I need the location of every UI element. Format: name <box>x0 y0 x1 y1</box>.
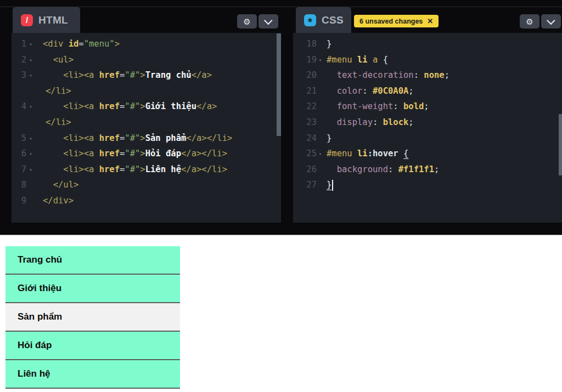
code-line[interactable]: </li> <box>12 115 281 130</box>
menu-item[interactable]: Giới thiệu <box>5 275 180 303</box>
line-number: 24 <box>293 130 317 146</box>
code-text: </div> <box>43 193 74 209</box>
code-line[interactable]: 6▾ <li><a href="#">Hỏi đáp</a></li> <box>12 146 281 162</box>
preview-pane: Trang chủGiới thiệuSản phẩmHỏi đápLiên h… <box>0 235 562 392</box>
code-text: } <box>327 130 331 146</box>
line-number: 9 <box>12 193 26 209</box>
code-text: <li><a href="#">Hỏi đáp</a></li> <box>43 146 227 162</box>
line-number: 23 <box>293 115 317 130</box>
fold-arrow-icon[interactable]: ▾ <box>26 146 35 162</box>
code-line[interactable]: 23 display: block; <box>293 115 562 130</box>
code-text: </li> <box>46 115 71 130</box>
line-number: 1 <box>12 36 26 52</box>
line-number: 4 <box>12 99 26 115</box>
text-cursor <box>332 180 333 191</box>
line-number: 25 <box>293 146 317 162</box>
html-tab-label: HTML <box>38 14 68 26</box>
fold-arrow-icon[interactable]: ▾ <box>317 146 324 162</box>
line-number: 27 <box>293 177 317 193</box>
code-text: <li><a href="#">Liên hệ</a></li> <box>43 162 227 178</box>
html-code-editor[interactable]: 1▾<div id="menu">2▾ <ul>3▾ <li><a href="… <box>12 33 281 223</box>
html-collapse-button[interactable] <box>258 14 278 29</box>
code-line[interactable]: 24} <box>293 130 562 146</box>
code-text: </ul> <box>43 177 78 193</box>
menu-item[interactable]: Liên hệ <box>5 360 180 389</box>
code-text: background: #f1f1f1; <box>327 162 439 178</box>
gear-icon: ⚙ <box>526 18 533 26</box>
code-line[interactable]: 2▾ <ul> <box>12 52 281 68</box>
fold-gutter <box>317 115 324 130</box>
line-number: 18 <box>293 36 317 52</box>
tab-html[interactable]: / HTML <box>13 7 80 33</box>
code-text: <ul> <box>43 52 74 68</box>
editor-section: / HTML * CSS 6 unsaved changes ✕ ⚙ ⚙ 1▾<… <box>0 0 562 235</box>
code-text: } <box>327 36 331 52</box>
fold-gutter <box>26 83 35 99</box>
line-number: 19 <box>293 52 317 68</box>
html-logo-icon: / <box>21 14 33 26</box>
code-line[interactable]: 18} <box>293 36 562 52</box>
code-text: } <box>327 177 333 193</box>
line-number: 7 <box>12 162 26 178</box>
line-number: 22 <box>293 99 317 115</box>
fold-arrow-icon[interactable]: ▾ <box>26 67 35 83</box>
fold-arrow-icon[interactable]: ▾ <box>317 52 324 68</box>
line-number: 2 <box>12 52 26 68</box>
code-line[interactable]: 3▾ <li><a href="#">Trang chủ</a> <box>12 67 281 83</box>
fold-arrow-icon[interactable]: ▾ <box>26 130 35 146</box>
line-number <box>12 115 26 130</box>
code-line[interactable]: 20 text-decoration: none; <box>293 67 562 83</box>
code-line[interactable]: 7▾ <li><a href="#">Liên hệ</a></li> <box>12 162 281 178</box>
css-settings-button[interactable]: ⚙ <box>520 14 539 29</box>
code-text: display: block; <box>327 115 414 130</box>
css-collapse-button[interactable] <box>541 14 561 29</box>
code-line[interactable]: 5▾ <li><a href="#">Sản phẩm</a></li> <box>12 130 281 146</box>
fold-arrow-icon[interactable]: ▾ <box>26 162 35 178</box>
css-scrollbar-thumb[interactable] <box>559 114 562 175</box>
chevron-down-icon <box>547 16 555 25</box>
css-logo-icon: * <box>304 14 316 26</box>
code-text: <li><a href="#">Sản phẩm</a></li> <box>43 130 232 146</box>
line-number: 3 <box>12 67 26 83</box>
code-line[interactable]: 19▾#menu li a { <box>293 52 562 68</box>
line-number <box>12 83 26 99</box>
code-line[interactable]: 22 font-weight: bold; <box>293 99 562 115</box>
menu-item[interactable]: Sản phẩm <box>5 303 180 332</box>
line-number: 21 <box>293 83 317 99</box>
line-number: 6 <box>12 146 26 162</box>
fold-gutter <box>317 162 324 178</box>
css-code-editor[interactable]: 18}19▾#menu li a {20 text-decoration: no… <box>293 33 562 223</box>
unsaved-changes-badge[interactable]: 6 unsaved changes ✕ <box>354 15 439 27</box>
code-line[interactable]: 21 color: #0C0A0A; <box>293 83 562 99</box>
line-number: 8 <box>12 177 26 193</box>
code-line[interactable]: 26 background: #f1f1f1; <box>293 162 562 178</box>
code-line[interactable]: 9</div> <box>12 193 281 209</box>
code-text: <li><a href="#">Trang chủ</a> <box>43 67 212 83</box>
code-line[interactable]: 27} <box>293 177 562 193</box>
line-number: 26 <box>293 162 317 178</box>
code-line[interactable]: 4▾ <li><a href="#">Giới thiệu</a> <box>12 99 281 115</box>
fold-arrow-icon[interactable]: ▾ <box>26 52 35 68</box>
fold-gutter <box>317 83 324 99</box>
fold-gutter <box>26 193 35 209</box>
code-text: #menu li a { <box>327 52 388 68</box>
code-text: <div id="menu"> <box>43 36 120 52</box>
tab-css[interactable]: * CSS <box>296 7 351 33</box>
html-settings-button[interactable]: ⚙ <box>237 14 257 29</box>
menu-item[interactable]: Hỏi đáp <box>5 332 180 360</box>
fold-gutter <box>317 36 324 52</box>
code-line[interactable]: 8 </ul> <box>12 177 281 193</box>
code-line[interactable]: </li> <box>12 83 281 99</box>
code-text: text-decoration: none; <box>327 67 449 83</box>
fold-arrow-icon[interactable]: ▾ <box>26 36 35 52</box>
code-text: font-weight: bold; <box>327 99 429 115</box>
menu-item[interactable]: Trang chủ <box>5 246 180 275</box>
fold-arrow-icon[interactable]: ▾ <box>26 99 35 115</box>
line-number: 5 <box>12 130 26 146</box>
badge-close-icon[interactable]: ✕ <box>427 17 433 25</box>
fold-gutter <box>317 67 324 83</box>
code-line[interactable]: 1▾<div id="menu"> <box>12 36 281 52</box>
code-line[interactable]: 25▾#menu li:hover { <box>293 146 562 162</box>
unsaved-changes-text: 6 unsaved changes <box>359 18 423 25</box>
html-scrollbar-thumb[interactable] <box>277 33 281 136</box>
